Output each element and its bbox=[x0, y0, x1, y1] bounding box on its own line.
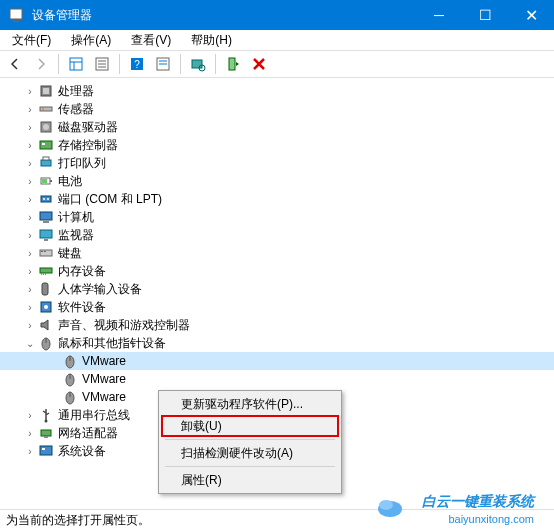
node-label: 系统设备 bbox=[58, 443, 106, 460]
app-icon bbox=[8, 7, 24, 23]
menu-file[interactable]: 文件(F) bbox=[8, 30, 55, 51]
tree-node-child[interactable]: VMware bbox=[0, 352, 554, 370]
node-label: 网络适配器 bbox=[58, 425, 118, 442]
window-controls: ─ ☐ ✕ bbox=[416, 0, 554, 30]
tree-node[interactable]: ›计算机 bbox=[0, 208, 554, 226]
svg-rect-14 bbox=[192, 60, 202, 68]
svg-rect-24 bbox=[42, 143, 45, 145]
expand-icon[interactable]: › bbox=[24, 139, 36, 151]
toolbar-separator bbox=[215, 54, 216, 74]
window-title: 设备管理器 bbox=[32, 7, 416, 24]
tree-node[interactable]: ⌄鼠标和其他指针设备 bbox=[0, 334, 554, 352]
tb-uninstall-icon[interactable] bbox=[248, 53, 270, 75]
node-label: 计算机 bbox=[58, 209, 94, 226]
tree-node[interactable]: ›存储控制器 bbox=[0, 136, 554, 154]
collapse-icon[interactable]: ⌄ bbox=[24, 337, 36, 349]
expand-icon[interactable]: › bbox=[24, 121, 36, 133]
context-menu-item[interactable]: 属性(R) bbox=[161, 469, 339, 491]
svg-rect-37 bbox=[40, 250, 52, 256]
tb-list-icon[interactable] bbox=[152, 53, 174, 75]
node-label: VMware bbox=[82, 390, 126, 404]
tree-node[interactable]: ›磁盘驱动器 bbox=[0, 118, 554, 136]
tree-node[interactable]: ›端口 (COM 和 LPT) bbox=[0, 190, 554, 208]
close-button[interactable]: ✕ bbox=[508, 0, 554, 30]
keyboard-icon bbox=[38, 245, 54, 261]
minimize-button[interactable]: ─ bbox=[416, 0, 462, 30]
expand-icon[interactable]: › bbox=[24, 283, 36, 295]
tree-node[interactable]: ›传感器 bbox=[0, 100, 554, 118]
context-menu-item[interactable]: 更新驱动程序软件(P)... bbox=[161, 393, 339, 415]
node-label: VMware bbox=[82, 372, 126, 386]
back-button[interactable] bbox=[4, 53, 26, 75]
maximize-button[interactable]: ☐ bbox=[462, 0, 508, 30]
tree-node[interactable]: ›软件设备 bbox=[0, 298, 554, 316]
tb-help-icon[interactable]: ? bbox=[126, 53, 148, 75]
svg-rect-44 bbox=[42, 283, 48, 295]
svg-point-61 bbox=[379, 500, 393, 510]
tree-node[interactable]: ›打印队列 bbox=[0, 154, 554, 172]
expand-icon[interactable]: › bbox=[24, 301, 36, 313]
computer-icon bbox=[38, 209, 54, 225]
svg-rect-38 bbox=[41, 251, 43, 252]
svg-rect-0 bbox=[10, 9, 22, 19]
expand-icon[interactable]: › bbox=[24, 409, 36, 421]
context-menu-item[interactable]: 卸载(U) bbox=[161, 415, 339, 437]
expand-icon[interactable]: › bbox=[24, 445, 36, 457]
node-label: 磁盘驱动器 bbox=[58, 119, 118, 136]
tb-scan-icon[interactable] bbox=[187, 53, 209, 75]
expand-icon[interactable]: › bbox=[24, 103, 36, 115]
tree-node[interactable]: ›内存设备 bbox=[0, 262, 554, 280]
node-label: 处理器 bbox=[58, 83, 94, 100]
usb-icon bbox=[38, 407, 54, 423]
svg-rect-39 bbox=[44, 251, 46, 252]
watermark-text: 白云一键重装系统 bbox=[422, 493, 534, 511]
tree-node[interactable]: ›电池 bbox=[0, 172, 554, 190]
node-label: 鼠标和其他指针设备 bbox=[58, 335, 166, 352]
node-label: 端口 (COM 和 LPT) bbox=[58, 191, 162, 208]
context-menu: 更新驱动程序软件(P)...卸载(U)扫描检测硬件改动(A)属性(R) bbox=[158, 390, 342, 494]
expand-icon[interactable]: › bbox=[24, 319, 36, 331]
hid-icon bbox=[38, 281, 54, 297]
node-label: 人体学输入设备 bbox=[58, 281, 142, 298]
menu-help[interactable]: 帮助(H) bbox=[187, 30, 236, 51]
mouse-icon bbox=[38, 335, 54, 351]
tb-properties-icon[interactable] bbox=[91, 53, 113, 75]
tree-node-child[interactable]: VMware bbox=[0, 370, 554, 388]
svg-point-32 bbox=[47, 198, 49, 200]
svg-rect-43 bbox=[45, 273, 46, 275]
expand-icon[interactable]: › bbox=[24, 85, 36, 97]
expand-icon[interactable]: › bbox=[24, 265, 36, 277]
watermark-logo-icon bbox=[376, 495, 404, 519]
node-label: 声音、视频和游戏控制器 bbox=[58, 317, 190, 334]
context-menu-separator bbox=[165, 466, 335, 467]
svg-rect-26 bbox=[43, 157, 49, 160]
node-label: 通用串行总线 bbox=[58, 407, 130, 424]
menu-action[interactable]: 操作(A) bbox=[67, 30, 115, 51]
svg-rect-1 bbox=[13, 20, 19, 22]
tree-node[interactable]: ›声音、视频和游戏控制器 bbox=[0, 316, 554, 334]
toolbar-separator bbox=[119, 54, 120, 74]
expand-icon[interactable]: › bbox=[24, 427, 36, 439]
expand-icon[interactable]: › bbox=[24, 229, 36, 241]
cpu-icon bbox=[38, 83, 54, 99]
svg-text:?: ? bbox=[134, 59, 140, 70]
forward-button[interactable] bbox=[30, 53, 52, 75]
svg-rect-34 bbox=[43, 221, 49, 223]
svg-rect-42 bbox=[43, 273, 44, 275]
context-menu-item[interactable]: 扫描检测硬件改动(A) bbox=[161, 442, 339, 464]
tree-node[interactable]: ›处理器 bbox=[0, 82, 554, 100]
tb-enable-icon[interactable] bbox=[222, 53, 244, 75]
svg-rect-29 bbox=[42, 179, 47, 183]
expand-icon[interactable]: › bbox=[24, 211, 36, 223]
expand-icon[interactable]: › bbox=[24, 193, 36, 205]
tree-node[interactable]: ›监视器 bbox=[0, 226, 554, 244]
tree-node[interactable]: ›人体学输入设备 bbox=[0, 280, 554, 298]
port-icon bbox=[38, 191, 54, 207]
tb-view-icon[interactable] bbox=[65, 53, 87, 75]
expand-icon[interactable]: › bbox=[24, 247, 36, 259]
expand-icon[interactable]: › bbox=[24, 175, 36, 187]
expand-icon[interactable]: › bbox=[24, 157, 36, 169]
tree-node[interactable]: ›键盘 bbox=[0, 244, 554, 262]
toolbar: ? bbox=[0, 50, 554, 78]
menu-view[interactable]: 查看(V) bbox=[127, 30, 175, 51]
